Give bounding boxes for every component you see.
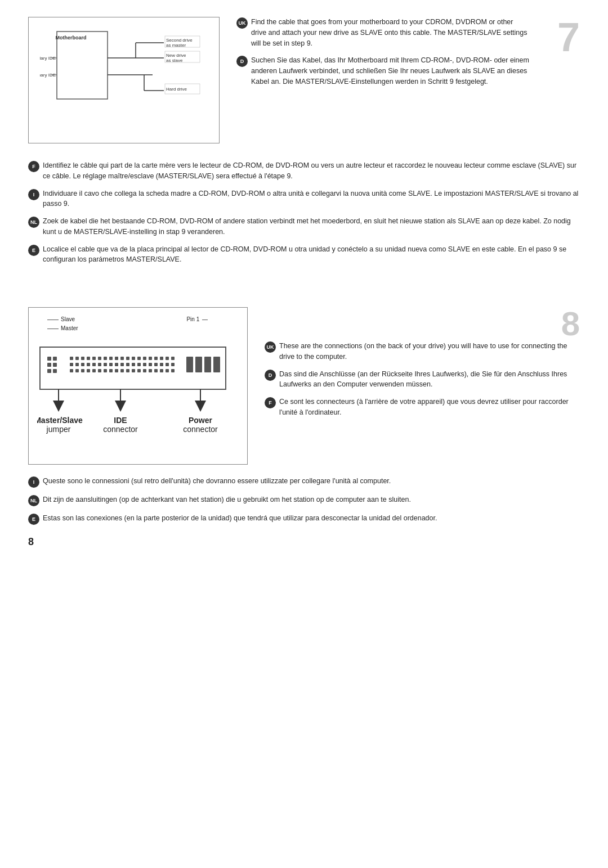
step7-svg: Motherboard Secondary IDE Primary IDE [40,26,203,133]
step8-fr-block: F Ce sont les connecteurs (à l'arrière d… [265,397,580,418]
svg-rect-86 [195,357,202,372]
step7-uk-block: UK Find the cable that goes from your mo… [236,17,529,48]
step7-uk-text: Find the cable that goes from your mothe… [251,17,529,48]
step8-de-badge: D [265,370,276,381]
step7-de-text: Suchen Sie das Kabel, das Ihr Motherboar… [251,55,529,87]
svg-rect-47 [70,363,73,366]
svg-rect-78 [137,369,141,372]
svg-rect-40 [137,357,141,360]
nl-badge: NL [28,217,39,228]
svg-rect-87 [204,357,211,372]
fr-badge: F [28,161,39,172]
svg-marker-89 [53,401,64,412]
step8-text-panel: 8 UK These are the connections (on the b… [265,307,580,465]
step7-nl-block: NL Zoek de kabel die het bestaande CD-RO… [28,216,580,237]
uk-badge: UK [236,17,248,29]
svg-text:Motherboard: Motherboard [56,35,87,41]
step-number-8: 8 [561,307,580,341]
step8-uk-badge: UK [265,341,276,353]
svg-text:connector: connector [183,425,218,434]
svg-rect-73 [109,369,113,372]
svg-rect-72 [104,369,107,372]
step7-it-text: Individuare il cavo che collega la sched… [43,188,580,210]
svg-rect-79 [143,369,146,372]
svg-rect-50 [87,363,90,366]
slave-label: Slave [61,316,75,322]
svg-rect-45 [166,357,169,360]
svg-rect-57 [126,363,129,366]
svg-rect-32 [92,357,96,360]
svg-rect-64 [166,363,169,366]
svg-rect-63 [160,363,163,366]
svg-rect-51 [92,363,96,366]
svg-rect-42 [149,357,152,360]
svg-rect-49 [81,363,84,366]
svg-rect-82 [160,369,163,372]
svg-marker-91 [115,401,126,412]
svg-rect-27 [53,369,57,373]
svg-rect-31 [87,357,90,360]
svg-rect-70 [92,369,96,372]
svg-rect-75 [120,369,124,372]
step-number-7: 7 [557,17,580,57]
step7-diagram: Motherboard Secondary IDE Primary IDE [28,17,220,143]
step8-section: Slave Master Pin 1 — [28,307,580,465]
step8-de-text: Das sind die Anschlüsse (an der Rückseit… [279,369,580,390]
step7-nl-text: Zoek de kabel die het bestaande CD-ROM, … [43,216,580,237]
svg-rect-44 [160,357,163,360]
step8-svg: Master/Slave jumper IDE connector Power … [37,336,229,443]
pin1-label: Pin 1 — [186,316,208,322]
svg-rect-25 [53,363,57,367]
svg-text:IDE: IDE [114,416,127,425]
svg-rect-59 [137,363,141,366]
svg-rect-81 [154,369,158,372]
svg-text:as slave: as slave [166,58,183,63]
svg-rect-52 [98,363,101,366]
svg-text:Hard drive: Hard drive [166,87,187,92]
step8-es-block: E Estas son las conexiones (en la parte … [28,513,580,525]
svg-rect-0 [57,32,108,99]
svg-rect-24 [47,363,51,367]
step7-multilang: F Identifiez le câble qui part de la car… [28,160,580,265]
step8-it-block: I Queste sono le connessioni (sul retro … [28,476,580,488]
step7-es-text: Localice el cable que va de la placa pri… [43,244,580,266]
svg-text:Second drive: Second drive [166,38,193,43]
svg-rect-68 [81,369,84,372]
svg-rect-30 [81,357,84,360]
step7-es-block: E Localice el cable que va de la placa p… [28,244,580,266]
svg-rect-85 [186,357,193,372]
step8-es-badge: E [28,514,39,525]
svg-rect-65 [171,363,175,366]
svg-rect-62 [154,363,158,366]
step7-fr-text: Identifiez le câble qui part de la carte… [43,160,580,182]
step8-nl-badge: NL [28,495,39,506]
step8-multilang: I Queste sono le connessioni (sul retro … [28,476,580,525]
step8-fr-badge: F [265,397,276,408]
svg-rect-80 [149,369,152,372]
step8-de-block: D Das sind die Anschlüsse (an der Rückse… [265,369,580,390]
it-badge: I [28,189,39,200]
svg-rect-48 [75,363,79,366]
svg-rect-36 [115,357,118,360]
svg-text:New drive: New drive [166,53,186,58]
svg-rect-55 [115,363,118,366]
svg-text:as master: as master [166,43,186,48]
svg-rect-46 [171,357,175,360]
svg-rect-69 [87,369,90,372]
svg-rect-66 [70,369,73,372]
svg-rect-58 [132,363,135,366]
svg-rect-83 [166,369,169,372]
svg-rect-29 [75,357,79,360]
svg-rect-61 [149,363,152,366]
svg-rect-35 [109,357,113,360]
step8-nl-text: Dit zijn de aansluitingen (op de achterk… [43,494,580,505]
svg-rect-76 [126,369,129,372]
step8-uk-block: UK These are the connections (on the bac… [265,341,580,362]
svg-rect-23 [53,357,57,361]
step7-it-block: I Individuare il cavo che collega la sch… [28,188,580,210]
master-label: Master [61,325,78,331]
step8-it-text: Queste sono le connessioni (sul retro de… [43,476,580,487]
svg-rect-53 [104,363,107,366]
svg-rect-88 [213,357,220,372]
step7-text-panel: UK Find the cable that goes from your mo… [236,17,580,143]
